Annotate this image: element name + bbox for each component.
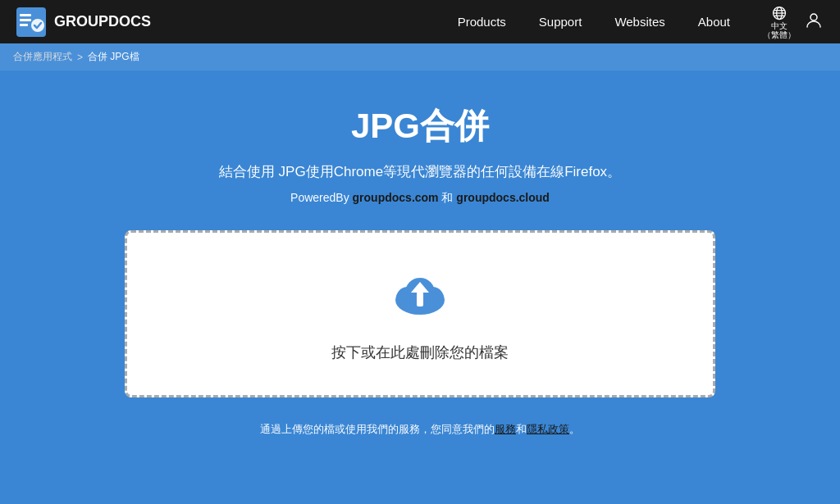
- breadcrumb-home[interactable]: 合併應用程式: [13, 50, 72, 64]
- main-content: JPG合併 結合使用 JPG使用Chrome等現代瀏覽器的任何設備在線Firef…: [0, 70, 840, 504]
- subtitle: 結合使用 JPG使用Chrome等現代瀏覽器的任何設備在線Firefox。: [219, 162, 621, 181]
- breadcrumb: 合併應用程式 > 合併 JPG檔: [0, 43, 840, 70]
- upload-prompt-text: 按下或在此處刪除您的檔案: [331, 343, 509, 362]
- logo-icon: [16, 7, 46, 37]
- svg-rect-1: [20, 14, 31, 16]
- footer-note-prefix: 通過上傳您的檔或使用我們的服務，您同意我們的: [260, 423, 495, 435]
- logo-text: GROUPDOCS: [54, 13, 151, 30]
- nav-about[interactable]: About: [698, 15, 730, 29]
- upload-dropzone[interactable]: 按下或在此處刪除您的檔案: [125, 230, 715, 397]
- footer-link-service[interactable]: 服務: [495, 423, 516, 435]
- powered-by-prefix: PoweredBy: [290, 191, 352, 204]
- globe-icon: [771, 5, 788, 21]
- nav-websites[interactable]: Websites: [614, 15, 664, 29]
- svg-point-10: [810, 14, 817, 20]
- footer-note-suffix: 。: [569, 423, 580, 435]
- language-selector[interactable]: 中文（繁體）: [763, 5, 796, 39]
- powered-by-link1[interactable]: groupdocs.com: [353, 191, 439, 204]
- powered-by: PoweredBy groupdocs.com 和 groupdocs.clou…: [290, 191, 550, 206]
- svg-rect-3: [20, 24, 28, 26]
- nav-support[interactable]: Support: [539, 15, 582, 29]
- user-account-icon[interactable]: [804, 11, 824, 34]
- svg-rect-2: [20, 19, 31, 21]
- upload-cloud-icon: [387, 266, 453, 326]
- main-nav: Products Support Websites About: [458, 15, 730, 29]
- powered-by-and: 和: [439, 191, 457, 204]
- header: GROUPDOCS Products Support Websites Abou…: [0, 0, 840, 43]
- logo[interactable]: GROUPDOCS: [16, 7, 151, 37]
- powered-by-link2[interactable]: groupdocs.cloud: [456, 191, 550, 204]
- footer-link-privacy[interactable]: 隱私政策: [527, 423, 569, 435]
- svg-rect-15: [417, 292, 423, 306]
- page-title: JPG合併: [351, 103, 489, 149]
- header-right: 中文（繁體）: [763, 5, 824, 39]
- breadcrumb-current: 合併 JPG檔: [88, 50, 139, 64]
- lang-label: 中文（繁體）: [763, 21, 796, 39]
- footer-note: 通過上傳您的檔或使用我們的服務，您同意我們的服務和隱私政策。: [260, 422, 580, 437]
- breadcrumb-separator: >: [77, 52, 83, 63]
- nav-products[interactable]: Products: [458, 15, 506, 29]
- footer-and: 和: [516, 423, 527, 435]
- user-svg-icon: [804, 11, 824, 30]
